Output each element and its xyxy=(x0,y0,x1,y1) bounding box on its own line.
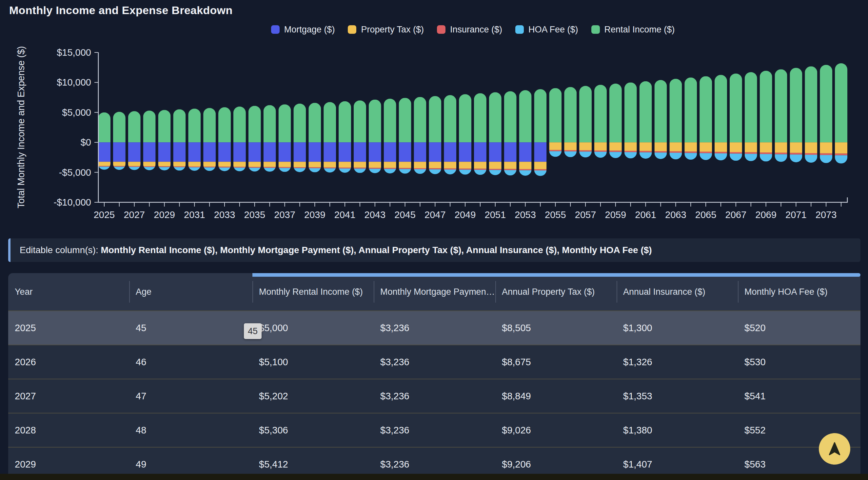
chart-bar-2064[interactable] xyxy=(684,78,697,160)
chart-bar-2050[interactable] xyxy=(474,93,487,175)
editable-columns-prefix: Editable column(s): xyxy=(20,245,101,256)
chart-bar-2066[interactable] xyxy=(715,75,727,160)
table-cell[interactable]: $1,407 xyxy=(617,447,738,474)
y-axis-tick-label: $15,000 xyxy=(57,47,91,58)
chart-bar-2044[interactable] xyxy=(384,99,396,174)
scroll-to-top-button[interactable] xyxy=(819,433,850,464)
chart-bar-2040[interactable] xyxy=(323,102,336,173)
chart-bar-2031[interactable] xyxy=(188,109,200,171)
y-axis-title: Total Monthly Income and Expense ($) xyxy=(16,46,26,209)
table-row-2026[interactable]: 202646$5,100$3,236$8,675$1,326$530 xyxy=(8,345,861,379)
chart-bar-2053[interactable] xyxy=(519,90,532,176)
chart-bar-2071[interactable] xyxy=(789,68,802,162)
x-axis-tick-label: 2033 xyxy=(214,210,235,220)
y-axis-tick-label: -$5,000 xyxy=(59,167,91,178)
chart-bar-2047[interactable] xyxy=(429,96,441,174)
chart-bar-2028[interactable] xyxy=(143,111,156,170)
table-cell[interactable]: $530 xyxy=(738,345,861,379)
table-cell[interactable]: $8,505 xyxy=(495,311,617,345)
chart-bar-2061[interactable] xyxy=(640,81,652,159)
y-axis-tick-label: -$10,000 xyxy=(54,197,91,208)
chart-bar-2036[interactable] xyxy=(264,105,276,172)
table-header-age: Age xyxy=(129,273,252,311)
chart-bar-2069[interactable] xyxy=(760,71,772,162)
chart-bar-2030[interactable] xyxy=(173,109,186,171)
table-cell[interactable]: $3,236 xyxy=(374,447,495,474)
table-cell[interactable]: $541 xyxy=(738,379,861,413)
chart-bar-2073[interactable] xyxy=(820,65,832,163)
horizontal-scrollbar-thumb[interactable] xyxy=(252,273,861,277)
table-cell[interactable]: $9,206 xyxy=(495,447,617,474)
table-cell: 2026 xyxy=(8,345,129,379)
chart-bar-2037[interactable] xyxy=(279,104,291,172)
table-cell[interactable]: $5,000 xyxy=(252,311,374,345)
table-cell[interactable]: $3,236 xyxy=(374,379,495,413)
chart-bar-2056[interactable] xyxy=(564,87,577,157)
navigation-arrow-icon xyxy=(827,441,842,456)
chart-bar-2062[interactable] xyxy=(654,80,667,159)
chart-bar-2034[interactable] xyxy=(234,107,246,172)
chart-bar-2025[interactable] xyxy=(98,113,111,170)
chart-bar-2041[interactable] xyxy=(339,101,351,173)
table-cell[interactable]: $8,849 xyxy=(495,379,617,413)
chart-bar-2057[interactable] xyxy=(579,86,592,157)
table-cell[interactable]: $1,380 xyxy=(617,413,738,447)
table-cell[interactable]: $3,236 xyxy=(374,345,495,379)
table-cell[interactable]: $5,306 xyxy=(252,413,374,447)
drag-value-chip: 45 xyxy=(244,323,261,339)
x-axis-tick-label: 2035 xyxy=(244,210,266,220)
table-cell[interactable]: $1,300 xyxy=(617,311,738,345)
chart-bar-2055[interactable] xyxy=(549,88,561,157)
chart-bar-2051[interactable] xyxy=(489,92,501,175)
chart-bar-2038[interactable] xyxy=(293,103,306,172)
table-cell[interactable]: $1,326 xyxy=(617,345,738,379)
x-axis-tick-label: 2029 xyxy=(154,210,175,220)
chart-bar-2032[interactable] xyxy=(203,108,216,171)
chart-bar-2048[interactable] xyxy=(444,95,456,174)
chart-bar-2074[interactable] xyxy=(835,63,847,163)
chart-bar-2049[interactable] xyxy=(459,94,471,174)
chart-bar-2027[interactable] xyxy=(128,111,141,170)
bottom-scrollbar-track xyxy=(0,474,868,480)
chart-bar-2072[interactable] xyxy=(805,66,817,162)
table-cell: 49 xyxy=(129,447,252,474)
chart-bar-2067[interactable] xyxy=(730,73,742,161)
chart-bar-2065[interactable] xyxy=(700,76,712,160)
chart-bar-2039[interactable] xyxy=(308,103,321,173)
table-row-2029[interactable]: 202949$5,412$3,236$9,206$1,407$563 xyxy=(8,447,861,474)
x-axis-tick-label: 2047 xyxy=(425,210,446,220)
chart-bar-2060[interactable] xyxy=(624,82,637,158)
chart-bar-2054[interactable] xyxy=(534,89,547,176)
table-cell: 45 xyxy=(129,311,252,345)
chart-bar-2033[interactable] xyxy=(218,107,231,171)
chart-bar-2029[interactable] xyxy=(158,110,171,171)
table-cell[interactable]: $1,353 xyxy=(617,379,738,413)
table-cell[interactable]: $5,100 xyxy=(252,345,374,379)
table-header-annual-insurance: Annual Insurance ($) xyxy=(617,273,738,311)
chart-bar-2026[interactable] xyxy=(113,112,126,170)
chart-bar-2043[interactable] xyxy=(369,100,381,174)
chart-bar-2070[interactable] xyxy=(775,69,787,162)
chart-bar-2042[interactable] xyxy=(354,100,366,173)
table-cell[interactable]: $8,675 xyxy=(495,345,617,379)
table-row-2025[interactable]: 202545$5,000$3,236$8,505$1,300$520 xyxy=(8,311,861,345)
chart-bar-2052[interactable] xyxy=(504,91,517,175)
chart-bar-2045[interactable] xyxy=(399,98,411,174)
chart-bar-2063[interactable] xyxy=(669,79,682,159)
table-row-2027[interactable]: 202747$5,202$3,236$8,849$1,353$541 xyxy=(8,379,861,413)
table-cell[interactable]: $9,026 xyxy=(495,413,617,447)
table-cell[interactable]: $3,236 xyxy=(374,311,495,345)
table-cell[interactable]: $520 xyxy=(738,311,861,345)
chart-bar-2059[interactable] xyxy=(609,84,622,158)
table-cell[interactable]: $5,202 xyxy=(252,379,374,413)
table-header-row: YearAgeMonthly Rental Income ($)Monthly … xyxy=(8,273,861,311)
y-axis-tick-label: $10,000 xyxy=(57,77,91,88)
chart-bar-2035[interactable] xyxy=(248,106,261,172)
table-cell[interactable]: $5,412 xyxy=(252,447,374,474)
chart-bar-2068[interactable] xyxy=(745,72,757,161)
chart-bar-2058[interactable] xyxy=(594,85,607,158)
table-cell[interactable]: $3,236 xyxy=(374,413,495,447)
table-cell: 46 xyxy=(129,345,252,379)
table-row-2028[interactable]: 202848$5,306$3,236$9,026$1,380$552 xyxy=(8,413,861,447)
chart-bar-2046[interactable] xyxy=(414,97,426,174)
